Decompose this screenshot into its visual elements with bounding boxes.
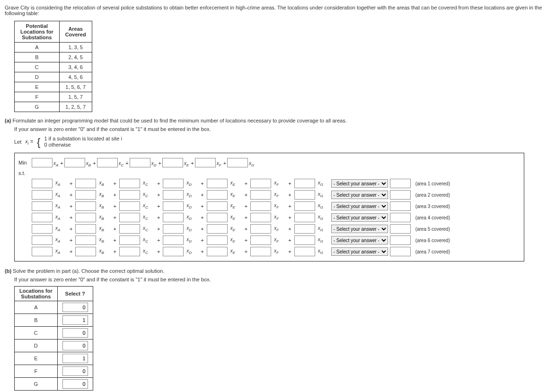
var-label: xE [230, 203, 241, 209]
coef-input[interactable] [250, 235, 271, 245]
coef-input[interactable] [207, 235, 228, 245]
coef-input[interactable] [294, 224, 315, 234]
coef-input[interactable] [119, 213, 140, 222]
coef-input[interactable] [294, 179, 315, 188]
coef-input[interactable] [119, 247, 140, 256]
constraint-row: xA+xB+xC+xD+xE+xF+xG- Select your answer… [18, 201, 520, 211]
var-label: xF [274, 248, 284, 255]
answer-input[interactable] [62, 328, 88, 338]
answer-input[interactable] [62, 341, 88, 350]
coef-input[interactable] [207, 201, 228, 211]
relation-select[interactable]: - Select your answer - [331, 202, 388, 210]
coef-input[interactable] [75, 190, 96, 200]
coef-input[interactable] [207, 179, 228, 188]
plus: + [288, 192, 291, 198]
var-label: xC [143, 192, 153, 198]
relation-select[interactable]: - Select your answer - [331, 236, 388, 244]
plus: + [245, 226, 247, 232]
constraint-label: (area 2 covered) [415, 192, 450, 198]
coef-input[interactable] [119, 224, 140, 234]
coef-input[interactable] [75, 235, 96, 245]
table-row [57, 301, 93, 314]
relation-select[interactable]: - Select your answer - [331, 179, 388, 188]
coef-input[interactable] [163, 224, 184, 234]
constraint-row: xA+xB+xC+xD+xE+xF+xG- Select your answer… [18, 190, 520, 200]
coef-input[interactable] [207, 224, 228, 234]
coef-input[interactable] [75, 179, 96, 188]
coef-input[interactable] [195, 158, 216, 167]
rhs-input[interactable] [390, 201, 411, 211]
coef-input[interactable] [32, 235, 53, 245]
coef-input[interactable] [207, 247, 228, 256]
coef-input[interactable] [32, 201, 53, 211]
relation-select[interactable]: - Select your answer - [331, 213, 388, 222]
relation-select[interactable]: - Select your answer - [331, 247, 388, 256]
coef-input[interactable] [119, 179, 140, 188]
coef-input[interactable] [75, 213, 96, 222]
coef-input[interactable] [75, 201, 96, 211]
coef-input[interactable] [130, 158, 150, 167]
answer-input[interactable] [62, 379, 88, 389]
coef-input[interactable] [75, 247, 96, 256]
coef-input[interactable] [32, 179, 53, 188]
rhs-input[interactable] [390, 213, 411, 222]
coef-input[interactable] [250, 201, 271, 211]
coef-input[interactable] [163, 179, 184, 188]
coef-input[interactable] [250, 213, 271, 222]
var-label: xD [186, 214, 197, 221]
coef-input[interactable] [32, 224, 53, 234]
plus: + [201, 226, 203, 232]
coef-input[interactable] [207, 190, 228, 200]
var-label: xA [55, 248, 66, 255]
coef-input[interactable] [163, 247, 184, 256]
rhs-input[interactable] [390, 179, 411, 188]
answer-input[interactable] [62, 315, 88, 325]
coef-input[interactable] [227, 158, 248, 167]
rhs-input[interactable] [390, 235, 411, 245]
coef-input[interactable] [163, 201, 184, 211]
coef-input[interactable] [162, 158, 183, 167]
coef-input[interactable] [294, 190, 315, 200]
var-label: xB [99, 180, 109, 187]
coef-input[interactable] [163, 213, 184, 222]
table-row [57, 340, 93, 352]
coef-input[interactable] [250, 224, 271, 234]
var-label: xA [55, 214, 66, 221]
rhs-input[interactable] [390, 224, 411, 234]
coef-input[interactable] [32, 247, 53, 256]
coef-input[interactable] [64, 158, 85, 167]
coef-input[interactable] [97, 158, 118, 167]
rhs-input[interactable] [390, 190, 411, 200]
rhs-input[interactable] [390, 247, 411, 256]
coef-input[interactable] [207, 213, 228, 222]
answer-input[interactable] [62, 354, 88, 363]
coef-input[interactable] [294, 201, 315, 211]
coef-input[interactable] [32, 158, 53, 167]
var-label: xG [318, 214, 328, 221]
relation-select[interactable]: - Select your answer - [331, 191, 388, 199]
coef-input[interactable] [250, 247, 271, 256]
relation-select[interactable]: - Select your answer - [331, 225, 388, 233]
coef-input[interactable] [250, 190, 271, 200]
coef-input[interactable] [163, 235, 184, 245]
answer-input[interactable] [62, 366, 88, 376]
answer-input[interactable] [62, 303, 88, 312]
coef-input[interactable] [294, 213, 315, 222]
coef-input[interactable] [32, 190, 53, 200]
plus: + [201, 215, 203, 220]
coef-input[interactable] [119, 235, 140, 245]
plus: + [245, 181, 247, 186]
coef-input[interactable] [163, 190, 184, 200]
var-label: xC [143, 214, 153, 221]
coef-input[interactable] [119, 190, 140, 200]
coef-input[interactable] [32, 213, 53, 222]
coef-input[interactable] [250, 179, 271, 188]
plus: + [60, 160, 63, 166]
coef-input[interactable] [294, 247, 315, 256]
table-row: E [15, 82, 60, 92]
var-label: xB [99, 203, 109, 209]
coef-input[interactable] [294, 235, 315, 245]
coef-input[interactable] [119, 201, 140, 211]
coef-input[interactable] [75, 224, 96, 234]
var-label: xD [186, 248, 197, 255]
